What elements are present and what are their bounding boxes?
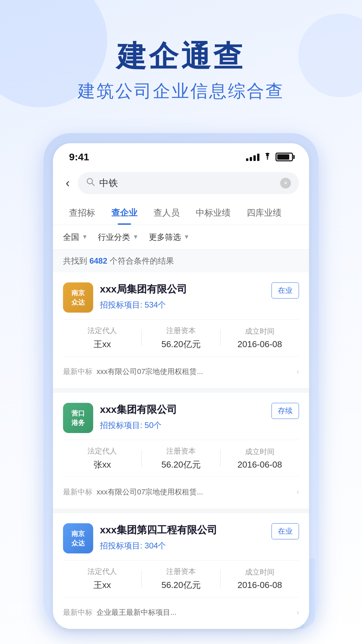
company-card-2[interactable]: 营口 港务 xxx集团有限公司 招投标项目: 50个 存续 法定代人 张xx [53, 393, 309, 513]
header-section: 建企通查 建筑公司企业信息综合查 [0, 0, 362, 123]
status-tag-2: 存续 [272, 403, 299, 419]
card-info-1: xxx局集团有限公司 招投标项目: 534个 [100, 282, 265, 310]
company-name-1: xxx局集团有限公司 [100, 282, 265, 296]
filter-bar: 全国 ▼ 行业分类 ▼ 更多筛选 ▼ [53, 225, 309, 250]
card-latest-3[interactable]: 最新中标 企业最王最新中标项目... › [63, 602, 299, 619]
svg-line-10 [92, 183, 94, 185]
latest-arrow-2: › [297, 488, 299, 496]
legal-rep-3: 法定代人 王xx [63, 567, 141, 591]
card-info-2: xxx集团有限公司 招投标项目: 50个 [100, 403, 265, 431]
reg-capital-2: 注册资本 56.20亿元 [142, 446, 220, 471]
phone-screen: 9:41 [53, 143, 309, 629]
signal-bar-4 [257, 154, 259, 161]
latest-arrow-3: › [297, 608, 299, 617]
card-top-3: 南京 众达 xxx集团第四工程有限公司 招投标项目: 304个 在业 [63, 523, 299, 553]
card-details-2: 法定代人 张xx 注册资本 56.20亿元 成立时间 2016-06-08 [63, 440, 299, 477]
battery-icon [276, 153, 293, 161]
search-input[interactable]: 中铁 [99, 177, 276, 190]
status-tag-3: 在业 [272, 523, 299, 539]
status-bar: 9:41 [53, 143, 309, 167]
filter-industry-arrow: ▼ [133, 233, 139, 240]
card-info-3: xxx集团第四工程有限公司 招投标项目: 304个 [100, 523, 265, 551]
tab-enterprise[interactable]: 查企业 [103, 201, 145, 225]
result-count: 共找到 6482 个符合条件的结果 [53, 250, 309, 272]
reg-capital-3: 注册资本 56.20亿元 [142, 567, 220, 591]
back-button[interactable]: ‹ [63, 175, 72, 192]
search-icon [86, 177, 95, 189]
legal-rep-2: 法定代人 张xx [63, 446, 141, 471]
filter-region[interactable]: 全国 ▼ [63, 232, 88, 243]
latest-arrow-1: › [297, 367, 299, 376]
card-details-3: 法定代人 王xx 注册资本 56.20亿元 成立时间 2016-06-08 [63, 560, 299, 597]
wifi-icon [263, 152, 272, 162]
company-logo-3: 南京 众达 [63, 523, 93, 553]
company-logo-1: 南京 众达 [63, 282, 93, 313]
filter-more[interactable]: 更多筛选 ▼ [149, 232, 190, 243]
card-top-2: 营口 港务 xxx集团有限公司 招投标项目: 50个 存续 [63, 403, 299, 433]
card-latest-2[interactable]: 最新中标 xxx有限公司07宗地使用权租赁... › [63, 482, 299, 498]
company-name-2: xxx集团有限公司 [100, 403, 265, 417]
search-area: ‹ 中铁 × [53, 167, 309, 201]
filter-more-arrow: ▼ [184, 233, 190, 240]
tab-bidding[interactable]: 查招标 [61, 201, 103, 225]
card-top-1: 南京 众达 xxx局集团有限公司 招投标项目: 534个 在业 [63, 282, 299, 313]
reg-capital-1: 注册资本 56.20亿元 [142, 326, 220, 350]
company-logo-2: 营口 港务 [63, 403, 93, 433]
project-count-2: 招投标项目: 50个 [100, 420, 265, 431]
result-prefix: 共找到 [63, 256, 89, 265]
signal-bar-1 [246, 158, 248, 161]
filter-region-arrow: ▼ [82, 233, 88, 240]
phone-outer: 9:41 [44, 133, 318, 629]
clear-search-button[interactable]: × [280, 178, 291, 189]
found-date-1: 成立时间 2016-06-08 [221, 326, 299, 350]
tab-personnel[interactable]: 查人员 [145, 201, 188, 225]
app-subtitle: 建筑公司企业信息综合查 [0, 79, 362, 103]
signal-icon [246, 153, 259, 161]
tab-navigation: 查招标 查企业 查人员 中标业绩 四库业绩 [53, 201, 309, 225]
app-title: 建企通查 [0, 40, 362, 73]
tab-library[interactable]: 四库业绩 [239, 201, 290, 225]
project-count-3: 招投标项目: 304个 [100, 540, 265, 551]
found-date-3: 成立时间 2016-06-08 [221, 567, 299, 590]
result-number: 6482 [89, 256, 107, 265]
company-name-3: xxx集团第四工程有限公司 [100, 523, 265, 537]
legal-rep-1: 法定代人 王xx [63, 326, 141, 350]
project-count-1: 招投标项目: 534个 [100, 300, 265, 310]
svg-point-8 [267, 158, 268, 160]
found-date-2: 成立时间 2016-06-08 [221, 447, 299, 470]
status-icons [246, 152, 293, 162]
search-box[interactable]: 中铁 × [78, 172, 299, 194]
filter-industry[interactable]: 行业分类 ▼ [98, 232, 139, 243]
signal-bar-2 [250, 157, 252, 161]
phone-wrapper: 9:41 [0, 133, 362, 629]
status-tag-1: 在业 [272, 282, 299, 299]
card-details-1: 法定代人 王xx 注册资本 56.20亿元 成立时间 2016-06-08 [63, 319, 299, 357]
signal-bar-3 [253, 155, 256, 161]
status-time: 9:41 [69, 151, 89, 163]
tab-winning[interactable]: 中标业绩 [188, 201, 239, 225]
result-suffix: 个符合条件的结果 [107, 256, 174, 265]
company-card-3[interactable]: 南京 众达 xxx集团第四工程有限公司 招投标项目: 304个 在业 法定代人 [53, 513, 309, 629]
battery-fill [277, 154, 289, 160]
company-card-1[interactable]: 南京 众达 xxx局集团有限公司 招投标项目: 534个 在业 法定代人 王xx [53, 272, 309, 393]
card-latest-1[interactable]: 最新中标 xxx有限公司07宗地使用权租赁... › [63, 361, 299, 378]
